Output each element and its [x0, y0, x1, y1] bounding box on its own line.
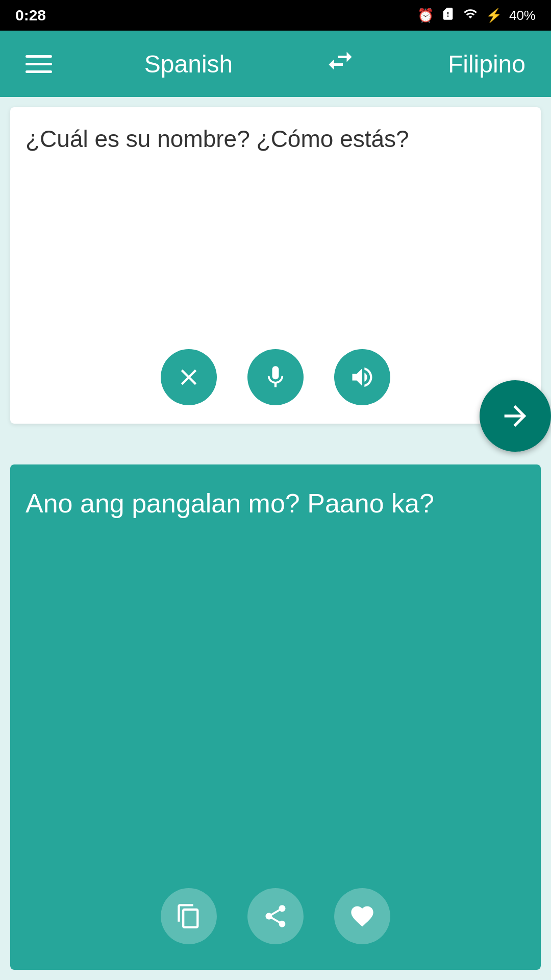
battery-level: 40%: [509, 8, 536, 23]
output-section: Ano ang pangalan mo? Paano ka?: [10, 464, 541, 970]
favorite-button[interactable]: [334, 888, 390, 944]
toolbar: Spanish Filipino: [0, 31, 551, 97]
signal-icon: [462, 7, 479, 24]
speak-input-button[interactable]: [334, 349, 390, 405]
status-bar: 0:28 ⏰ ⚡ 40%: [0, 0, 551, 31]
main-content: ¿Cuál es su nombre? ¿Cómo estás?: [0, 97, 551, 980]
source-text-input[interactable]: ¿Cuál es su nombre? ¿Cómo estás?: [26, 122, 525, 337]
share-button[interactable]: [247, 888, 304, 944]
alarm-icon: ⏰: [417, 8, 434, 23]
sim-icon: [441, 7, 455, 24]
swap-languages-button[interactable]: [325, 45, 356, 82]
status-icons: ⏰ ⚡ 40%: [417, 7, 536, 24]
copy-button[interactable]: [161, 888, 217, 944]
status-time: 0:28: [15, 7, 46, 24]
clear-button[interactable]: [161, 349, 217, 405]
target-language[interactable]: Filipino: [448, 50, 525, 78]
output-controls: [26, 888, 525, 944]
menu-button[interactable]: [26, 55, 52, 73]
charging-icon: ⚡: [486, 8, 502, 23]
source-language[interactable]: Spanish: [144, 50, 233, 78]
input-section: ¿Cuál es su nombre? ¿Cómo estás?: [10, 107, 541, 424]
microphone-button[interactable]: [247, 349, 304, 405]
translated-text: Ano ang pangalan mo? Paano ka?: [26, 485, 525, 522]
translate-button[interactable]: [480, 380, 551, 452]
input-controls: [26, 349, 525, 405]
